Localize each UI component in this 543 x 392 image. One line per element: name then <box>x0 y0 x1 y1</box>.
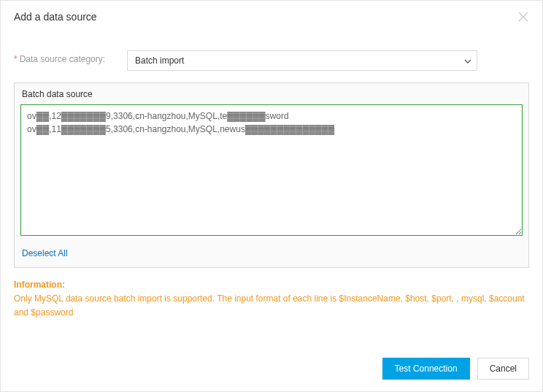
modal-title: Add a data source <box>14 11 97 23</box>
batch-data-textarea[interactable] <box>20 104 523 236</box>
modal-header: Add a data source <box>1 1 542 33</box>
modal-body: *Data source category: Batch import Batc… <box>1 33 542 349</box>
batch-data-source-section: Batch data source Deselect All <box>14 82 529 268</box>
information-text: Only MySQL data source batch import is s… <box>14 292 529 320</box>
close-icon[interactable] <box>517 11 529 23</box>
cancel-button[interactable]: Cancel <box>477 358 529 380</box>
information-block: Information: Only MySQL data source batc… <box>14 278 529 320</box>
category-label-text: Data source category: <box>20 54 105 64</box>
category-label: *Data source category: <box>14 50 127 66</box>
category-select-wrap: Batch import <box>127 50 477 71</box>
deselect-all-link[interactable]: Deselect All <box>22 248 68 258</box>
add-data-source-modal: Add a data source *Data source category:… <box>0 0 543 392</box>
modal-footer: Test Connection Cancel <box>1 349 542 391</box>
batch-footer: Deselect All <box>15 241 528 267</box>
required-star: * <box>14 54 18 64</box>
category-row: *Data source category: Batch import <box>14 50 529 71</box>
category-select[interactable]: Batch import <box>127 50 477 71</box>
batch-section-title: Batch data source <box>15 83 528 104</box>
information-title: Information: <box>14 278 529 292</box>
test-connection-button[interactable]: Test Connection <box>382 358 470 380</box>
